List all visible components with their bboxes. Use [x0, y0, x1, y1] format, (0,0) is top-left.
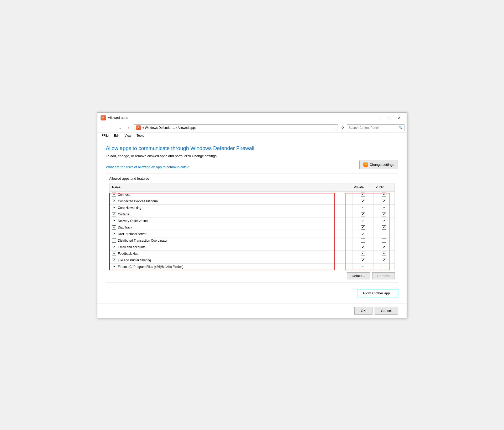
- table-row: Core Networking: [109, 205, 395, 211]
- table-row: File and Printer Sharing: [109, 257, 395, 264]
- table-row: DiagTrack: [109, 224, 395, 231]
- row-checkbox-public[interactable]: [382, 265, 386, 269]
- row-checkbox-public[interactable]: [382, 245, 386, 249]
- table-row: Cortana: [109, 211, 395, 218]
- cell-private: [353, 192, 374, 198]
- main-content: Allow apps to communicate through Window…: [97, 139, 407, 304]
- cell-name: File and Printer Sharing: [109, 257, 353, 263]
- row-checkbox-private[interactable]: [361, 225, 365, 230]
- top-row: What are the risks of allowing an app to…: [106, 161, 398, 169]
- maximize-button[interactable]: □: [386, 115, 394, 121]
- cell-public: [374, 224, 395, 231]
- page-subtitle: To add, change, or remove allowed apps a…: [106, 154, 398, 158]
- cell-private: [353, 251, 374, 257]
- cancel-button[interactable]: Cancel: [375, 307, 398, 315]
- menu-tools[interactable]: Tools: [134, 133, 146, 138]
- table-row: Delivery Optimization: [109, 218, 395, 224]
- address-text: « Windows Defender ... › Allowed apps: [142, 126, 333, 130]
- risk-link[interactable]: What are the risks of allowing an app to…: [106, 165, 189, 169]
- table-row: DIAL protocol server: [109, 231, 395, 237]
- row-checkbox-private[interactable]: [361, 258, 365, 262]
- row-checkbox-private[interactable]: [361, 193, 365, 197]
- allow-another-button[interactable]: Allow another app...: [357, 289, 398, 297]
- cell-name: Email and accounts: [109, 244, 353, 250]
- address-chevron-icon[interactable]: ⌄: [334, 126, 336, 129]
- row-checkbox-public[interactable]: [382, 232, 386, 236]
- row-checkbox-public[interactable]: [382, 238, 386, 243]
- row-checkbox-public[interactable]: [382, 206, 386, 210]
- details-button[interactable]: Details...: [347, 272, 370, 279]
- row-checkbox-public[interactable]: [382, 219, 386, 223]
- main-window: 🔒 Allowed apps — □ ✕ ← → ⌄ ↑ 🔒 « Windows…: [97, 112, 407, 318]
- row-checkbox-name[interactable]: [112, 212, 116, 216]
- row-checkbox-name[interactable]: [112, 225, 116, 230]
- forward-button[interactable]: →: [108, 124, 115, 131]
- col-name-header: Name: [109, 184, 348, 190]
- menu-file[interactable]: FFile: [99, 133, 111, 138]
- cell-name: Connect: [109, 192, 353, 198]
- row-checkbox-private[interactable]: [361, 219, 365, 223]
- title-bar: 🔒 Allowed apps — □ ✕: [97, 113, 407, 123]
- row-checkbox-public[interactable]: [382, 258, 386, 262]
- cell-public: [374, 198, 395, 204]
- row-checkbox-name[interactable]: [112, 252, 116, 256]
- row-checkbox-name[interactable]: [112, 238, 116, 243]
- remove-button[interactable]: Remove: [372, 272, 395, 279]
- up-button[interactable]: ↑: [125, 124, 132, 131]
- change-settings-button[interactable]: 🛡 Change settings: [359, 161, 398, 169]
- app-name-label: DIAL protocol server: [118, 232, 146, 236]
- app-name-label: Feedback Hub: [118, 252, 138, 256]
- cell-public: [374, 211, 395, 217]
- row-checkbox-public[interactable]: [382, 252, 386, 256]
- table-row: Distributed Transaction Coordinator: [109, 237, 395, 244]
- row-checkbox-private[interactable]: [361, 232, 365, 236]
- menu-edit[interactable]: Edit: [112, 133, 122, 138]
- minimize-button[interactable]: —: [376, 115, 385, 121]
- table-body[interactable]: ConnectConnected Devices PlatformCore Ne…: [109, 192, 395, 270]
- table-row: Firefox (C:\Program Files (x86)\Mozilla …: [109, 264, 395, 270]
- row-checkbox-name[interactable]: [112, 232, 116, 236]
- search-input[interactable]: [349, 126, 399, 130]
- row-checkbox-name[interactable]: [112, 245, 116, 249]
- bottom-buttons: Details... Remove: [109, 272, 395, 279]
- ok-button[interactable]: OK: [354, 307, 372, 315]
- cell-public: [374, 251, 395, 257]
- apps-label: Allowed apps and features:: [109, 177, 395, 181]
- cell-private: [353, 205, 374, 211]
- row-checkbox-private[interactable]: [361, 199, 365, 203]
- refresh-button[interactable]: ⟳: [340, 125, 346, 131]
- row-checkbox-private[interactable]: [361, 206, 365, 210]
- row-checkbox-name[interactable]: [112, 206, 116, 210]
- row-checkbox-private[interactable]: [361, 245, 365, 249]
- row-checkbox-public[interactable]: [382, 199, 386, 203]
- recent-button[interactable]: ⌄: [116, 124, 124, 131]
- cell-private: [353, 264, 374, 270]
- row-checkbox-name[interactable]: [112, 193, 116, 197]
- row-checkbox-private[interactable]: [361, 252, 365, 256]
- row-checkbox-public[interactable]: [382, 212, 386, 216]
- row-checkbox-public[interactable]: [382, 225, 386, 230]
- cell-private: [353, 237, 374, 244]
- row-checkbox-private[interactable]: [361, 212, 365, 216]
- back-button[interactable]: ←: [99, 124, 107, 131]
- row-checkbox-private[interactable]: [361, 265, 365, 269]
- cell-private: [353, 218, 374, 224]
- footer-buttons: OK Cancel: [97, 304, 407, 318]
- cell-name: Feedback Hub: [109, 251, 353, 257]
- search-box: 🔍: [347, 124, 405, 131]
- row-checkbox-name[interactable]: [112, 199, 116, 203]
- row-checkbox-name[interactable]: [112, 219, 116, 223]
- title-bar-controls: — □ ✕: [376, 115, 403, 121]
- cell-name: Firefox (C:\Program Files (x86)\Mozilla …: [109, 264, 353, 270]
- app-name-label: Distributed Transaction Coordinator: [118, 239, 167, 242]
- row-checkbox-name[interactable]: [112, 265, 116, 269]
- menu-view[interactable]: View: [122, 133, 133, 138]
- menu-bar: FFile Edit View Tools: [97, 132, 407, 139]
- cell-public: [374, 244, 395, 250]
- window-title: Allowed apps: [108, 116, 376, 120]
- row-checkbox-private[interactable]: [361, 238, 365, 243]
- close-button[interactable]: ✕: [395, 115, 403, 121]
- app-icon: 🔒: [101, 115, 106, 120]
- row-checkbox-name[interactable]: [112, 258, 116, 262]
- row-checkbox-public[interactable]: [382, 193, 386, 197]
